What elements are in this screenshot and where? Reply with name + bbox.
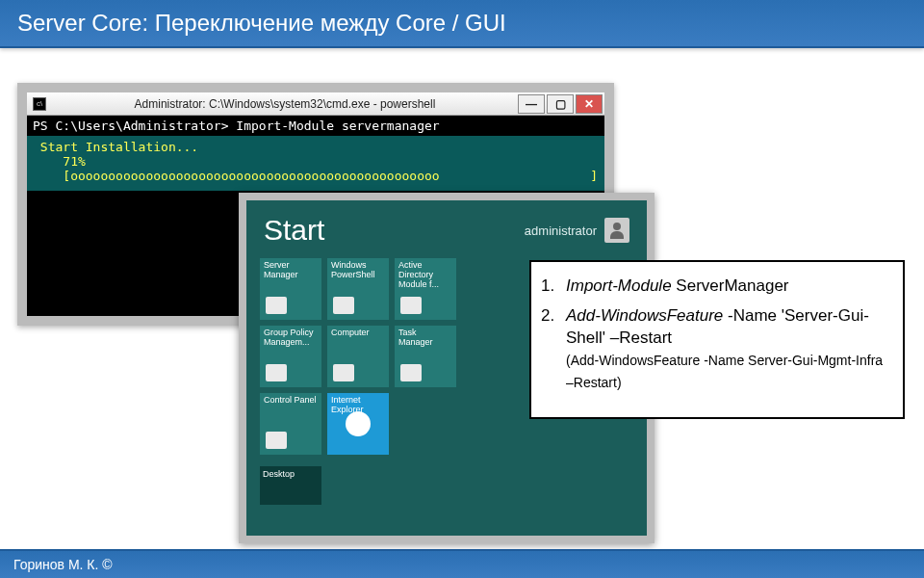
user-avatar-icon [604, 218, 629, 243]
server-manager-icon [266, 297, 287, 314]
powershell-icon [333, 297, 354, 314]
close-button[interactable]: ✕ [576, 94, 603, 114]
terminal-prompt-line: PS C:\Users\Administrator> Import-Module… [27, 116, 604, 136]
ad-module-icon [400, 297, 422, 314]
tile-desktop[interactable]: Desktop [260, 466, 321, 505]
tile-ad-module[interactable]: Active Directory Module f... [395, 258, 456, 320]
start-tiles: Server Manager Windows PowerShell Active… [246, 252, 535, 460]
start-title: Start [264, 214, 525, 247]
terminal-progress: Start Installation... 71% [ooooooooooooo… [27, 136, 604, 191]
computer-icon [333, 364, 354, 381]
tile-computer[interactable]: Computer [327, 326, 389, 387]
cmd2-name: Add-WindowsFeature [566, 306, 723, 325]
task-manager-icon [400, 364, 422, 381]
tile-control-panel[interactable]: Control Panel [260, 393, 321, 455]
tile-internet-explorer[interactable]: Internet Explorer [327, 393, 389, 455]
start-user-name: administrator [525, 223, 597, 238]
command-item-1: Import-Module ServerManager [541, 276, 887, 298]
start-user[interactable]: administrator [525, 218, 629, 243]
command-item-2: Add-WindowsFeature -Name 'Server-Gui-She… [541, 305, 887, 394]
terminal-body[interactable]: PS C:\Users\Administrator> Import-Module… [27, 116, 604, 191]
tile-task-manager[interactable]: Task Manager [395, 326, 456, 387]
group-policy-icon [266, 364, 287, 381]
tile-windows-powershell[interactable]: Windows PowerShell [327, 258, 389, 320]
slide-footer: Горинов М. К. © [0, 549, 924, 578]
cmd-icon: c\ [33, 97, 46, 111]
tile-group-policy[interactable]: Group Policy Managem... [260, 326, 321, 387]
ie-icon [346, 411, 371, 436]
control-panel-icon [266, 432, 287, 449]
tile-server-manager[interactable]: Server Manager [260, 258, 321, 320]
maximize-button[interactable]: ▢ [547, 94, 574, 114]
minimize-button[interactable]: — [518, 94, 545, 114]
cmd1-name: Import-Module [566, 276, 672, 295]
command-callout: Import-Module ServerManager Add-WindowsF… [529, 260, 905, 419]
window-title: Administrator: C:\Windows\system32\cmd.e… [52, 97, 518, 111]
slide-title: Server Core: Переключение между Core / G… [0, 0, 924, 48]
cmd1-arg: ServerManager [672, 276, 789, 295]
window-titlebar[interactable]: c\ Administrator: C:\Windows\system32\cm… [27, 92, 604, 116]
